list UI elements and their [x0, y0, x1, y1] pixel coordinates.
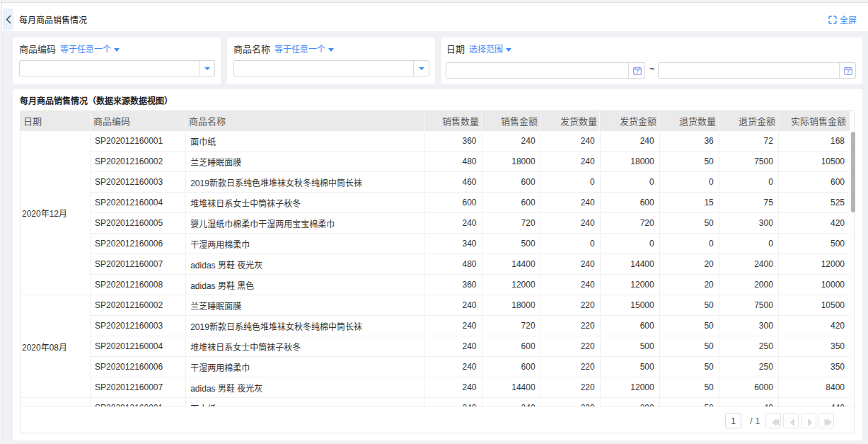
svg-text:7: 7	[847, 69, 850, 74]
svg-text:7: 7	[636, 69, 639, 74]
